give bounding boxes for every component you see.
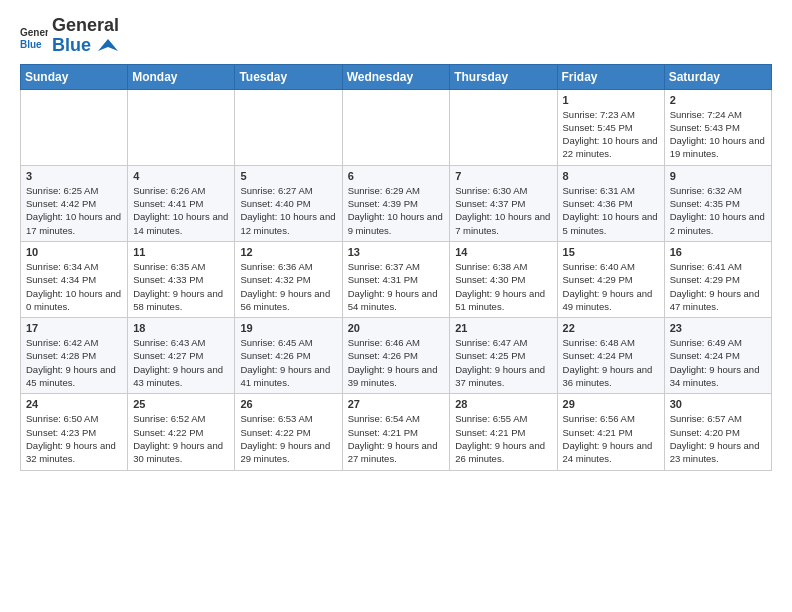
calendar-cell: 3Sunrise: 6:25 AM Sunset: 4:42 PM Daylig… bbox=[21, 165, 128, 241]
day-number: 5 bbox=[240, 170, 336, 182]
day-number: 2 bbox=[670, 94, 766, 106]
day-number: 20 bbox=[348, 322, 445, 334]
day-number: 24 bbox=[26, 398, 122, 410]
calendar-cell: 26Sunrise: 6:53 AM Sunset: 4:22 PM Dayli… bbox=[235, 394, 342, 470]
day-number: 7 bbox=[455, 170, 551, 182]
calendar-cell bbox=[21, 89, 128, 165]
calendar-cell bbox=[128, 89, 235, 165]
calendar-week-row: 24Sunrise: 6:50 AM Sunset: 4:23 PM Dayli… bbox=[21, 394, 772, 470]
logo-text: General Blue bbox=[52, 16, 119, 56]
day-info: Sunrise: 6:35 AM Sunset: 4:33 PM Dayligh… bbox=[133, 260, 229, 313]
calendar-cell: 21Sunrise: 6:47 AM Sunset: 4:25 PM Dayli… bbox=[450, 318, 557, 394]
day-number: 15 bbox=[563, 246, 659, 258]
day-info: Sunrise: 6:25 AM Sunset: 4:42 PM Dayligh… bbox=[26, 184, 122, 237]
calendar-cell: 27Sunrise: 6:54 AM Sunset: 4:21 PM Dayli… bbox=[342, 394, 450, 470]
calendar-cell: 12Sunrise: 6:36 AM Sunset: 4:32 PM Dayli… bbox=[235, 241, 342, 317]
day-info: Sunrise: 6:54 AM Sunset: 4:21 PM Dayligh… bbox=[348, 412, 445, 465]
day-info: Sunrise: 6:56 AM Sunset: 4:21 PM Dayligh… bbox=[563, 412, 659, 465]
day-number: 4 bbox=[133, 170, 229, 182]
svg-text:General: General bbox=[20, 27, 48, 38]
calendar-cell: 28Sunrise: 6:55 AM Sunset: 4:21 PM Dayli… bbox=[450, 394, 557, 470]
day-number: 23 bbox=[670, 322, 766, 334]
day-number: 30 bbox=[670, 398, 766, 410]
calendar-cell: 17Sunrise: 6:42 AM Sunset: 4:28 PM Dayli… bbox=[21, 318, 128, 394]
day-number: 13 bbox=[348, 246, 445, 258]
calendar-cell: 2Sunrise: 7:24 AM Sunset: 5:43 PM Daylig… bbox=[664, 89, 771, 165]
day-info: Sunrise: 6:41 AM Sunset: 4:29 PM Dayligh… bbox=[670, 260, 766, 313]
day-info: Sunrise: 6:32 AM Sunset: 4:35 PM Dayligh… bbox=[670, 184, 766, 237]
calendar-cell: 6Sunrise: 6:29 AM Sunset: 4:39 PM Daylig… bbox=[342, 165, 450, 241]
day-number: 3 bbox=[26, 170, 122, 182]
calendar-cell: 1Sunrise: 7:23 AM Sunset: 5:45 PM Daylig… bbox=[557, 89, 664, 165]
calendar-cell: 30Sunrise: 6:57 AM Sunset: 4:20 PM Dayli… bbox=[664, 394, 771, 470]
weekday-header-wednesday: Wednesday bbox=[342, 64, 450, 89]
logo-general: General bbox=[52, 15, 119, 35]
day-number: 22 bbox=[563, 322, 659, 334]
day-info: Sunrise: 7:24 AM Sunset: 5:43 PM Dayligh… bbox=[670, 108, 766, 161]
day-info: Sunrise: 6:31 AM Sunset: 4:36 PM Dayligh… bbox=[563, 184, 659, 237]
svg-text:Blue: Blue bbox=[20, 39, 42, 50]
day-number: 16 bbox=[670, 246, 766, 258]
calendar-cell: 22Sunrise: 6:48 AM Sunset: 4:24 PM Dayli… bbox=[557, 318, 664, 394]
calendar-week-row: 10Sunrise: 6:34 AM Sunset: 4:34 PM Dayli… bbox=[21, 241, 772, 317]
calendar-cell: 4Sunrise: 6:26 AM Sunset: 4:41 PM Daylig… bbox=[128, 165, 235, 241]
day-info: Sunrise: 6:26 AM Sunset: 4:41 PM Dayligh… bbox=[133, 184, 229, 237]
calendar-week-row: 17Sunrise: 6:42 AM Sunset: 4:28 PM Dayli… bbox=[21, 318, 772, 394]
day-info: Sunrise: 6:49 AM Sunset: 4:24 PM Dayligh… bbox=[670, 336, 766, 389]
day-info: Sunrise: 6:45 AM Sunset: 4:26 PM Dayligh… bbox=[240, 336, 336, 389]
day-info: Sunrise: 6:27 AM Sunset: 4:40 PM Dayligh… bbox=[240, 184, 336, 237]
day-number: 26 bbox=[240, 398, 336, 410]
day-number: 8 bbox=[563, 170, 659, 182]
weekday-header-saturday: Saturday bbox=[664, 64, 771, 89]
day-info: Sunrise: 6:30 AM Sunset: 4:37 PM Dayligh… bbox=[455, 184, 551, 237]
day-info: Sunrise: 6:53 AM Sunset: 4:22 PM Dayligh… bbox=[240, 412, 336, 465]
weekday-header-monday: Monday bbox=[128, 64, 235, 89]
calendar-cell: 11Sunrise: 6:35 AM Sunset: 4:33 PM Dayli… bbox=[128, 241, 235, 317]
calendar-header-row: SundayMondayTuesdayWednesdayThursdayFrid… bbox=[21, 64, 772, 89]
day-info: Sunrise: 6:52 AM Sunset: 4:22 PM Dayligh… bbox=[133, 412, 229, 465]
calendar-cell: 15Sunrise: 6:40 AM Sunset: 4:29 PM Dayli… bbox=[557, 241, 664, 317]
day-number: 21 bbox=[455, 322, 551, 334]
day-number: 25 bbox=[133, 398, 229, 410]
calendar-cell: 29Sunrise: 6:56 AM Sunset: 4:21 PM Dayli… bbox=[557, 394, 664, 470]
svg-marker-2 bbox=[98, 39, 118, 51]
day-info: Sunrise: 6:29 AM Sunset: 4:39 PM Dayligh… bbox=[348, 184, 445, 237]
calendar-cell: 13Sunrise: 6:37 AM Sunset: 4:31 PM Dayli… bbox=[342, 241, 450, 317]
calendar-cell: 16Sunrise: 6:41 AM Sunset: 4:29 PM Dayli… bbox=[664, 241, 771, 317]
day-info: Sunrise: 6:48 AM Sunset: 4:24 PM Dayligh… bbox=[563, 336, 659, 389]
day-number: 12 bbox=[240, 246, 336, 258]
calendar-cell: 7Sunrise: 6:30 AM Sunset: 4:37 PM Daylig… bbox=[450, 165, 557, 241]
calendar-cell: 8Sunrise: 6:31 AM Sunset: 4:36 PM Daylig… bbox=[557, 165, 664, 241]
calendar-table: SundayMondayTuesdayWednesdayThursdayFrid… bbox=[20, 64, 772, 471]
day-number: 18 bbox=[133, 322, 229, 334]
calendar-cell: 23Sunrise: 6:49 AM Sunset: 4:24 PM Dayli… bbox=[664, 318, 771, 394]
day-info: Sunrise: 6:43 AM Sunset: 4:27 PM Dayligh… bbox=[133, 336, 229, 389]
calendar-cell bbox=[342, 89, 450, 165]
day-number: 10 bbox=[26, 246, 122, 258]
calendar-cell: 20Sunrise: 6:46 AM Sunset: 4:26 PM Dayli… bbox=[342, 318, 450, 394]
weekday-header-tuesday: Tuesday bbox=[235, 64, 342, 89]
logo: General Blue General Blue bbox=[20, 16, 119, 56]
day-info: Sunrise: 6:50 AM Sunset: 4:23 PM Dayligh… bbox=[26, 412, 122, 465]
logo-bird-icon bbox=[98, 37, 118, 55]
calendar-week-row: 1Sunrise: 7:23 AM Sunset: 5:45 PM Daylig… bbox=[21, 89, 772, 165]
day-number: 9 bbox=[670, 170, 766, 182]
day-number: 17 bbox=[26, 322, 122, 334]
day-info: Sunrise: 6:42 AM Sunset: 4:28 PM Dayligh… bbox=[26, 336, 122, 389]
day-number: 29 bbox=[563, 398, 659, 410]
day-info: Sunrise: 6:57 AM Sunset: 4:20 PM Dayligh… bbox=[670, 412, 766, 465]
weekday-header-friday: Friday bbox=[557, 64, 664, 89]
day-info: Sunrise: 6:47 AM Sunset: 4:25 PM Dayligh… bbox=[455, 336, 551, 389]
day-info: Sunrise: 6:37 AM Sunset: 4:31 PM Dayligh… bbox=[348, 260, 445, 313]
day-info: Sunrise: 6:55 AM Sunset: 4:21 PM Dayligh… bbox=[455, 412, 551, 465]
calendar-cell: 10Sunrise: 6:34 AM Sunset: 4:34 PM Dayli… bbox=[21, 241, 128, 317]
day-number: 19 bbox=[240, 322, 336, 334]
weekday-header-sunday: Sunday bbox=[21, 64, 128, 89]
day-info: Sunrise: 7:23 AM Sunset: 5:45 PM Dayligh… bbox=[563, 108, 659, 161]
calendar-cell: 14Sunrise: 6:38 AM Sunset: 4:30 PM Dayli… bbox=[450, 241, 557, 317]
calendar-cell: 18Sunrise: 6:43 AM Sunset: 4:27 PM Dayli… bbox=[128, 318, 235, 394]
calendar-week-row: 3Sunrise: 6:25 AM Sunset: 4:42 PM Daylig… bbox=[21, 165, 772, 241]
day-info: Sunrise: 6:36 AM Sunset: 4:32 PM Dayligh… bbox=[240, 260, 336, 313]
weekday-header-thursday: Thursday bbox=[450, 64, 557, 89]
calendar-cell bbox=[235, 89, 342, 165]
